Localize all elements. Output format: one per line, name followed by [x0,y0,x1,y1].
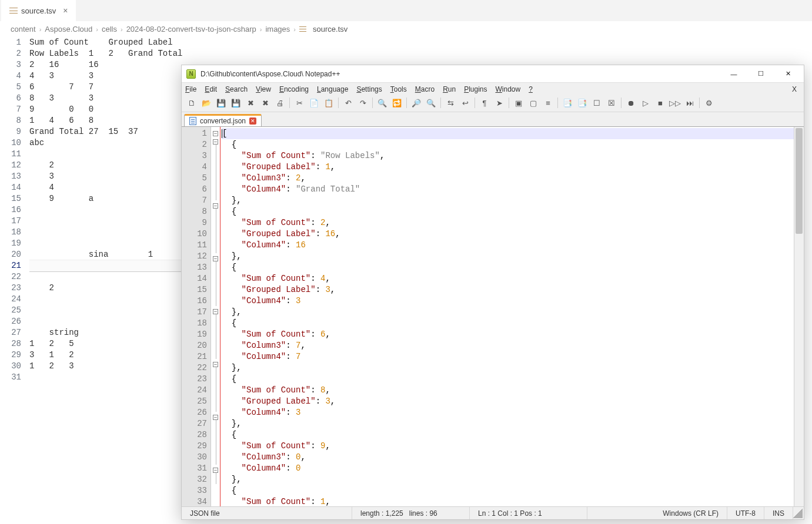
close-icon[interactable]: ✖ [244,96,257,109]
close-icon[interactable]: ✕ [249,117,256,125]
status-encoding: UTF-8 [727,507,764,519]
document-tabbar: converted.json ✕ [182,112,804,126]
closeall-icon[interactable]: ✖ [259,96,272,109]
app-icon: N [186,69,196,79]
menu-edit[interactable]: Edit [205,85,217,93]
menu-search[interactable]: Search [225,85,248,93]
menu-view[interactable]: View [256,85,271,93]
document-tab-label: converted.json [200,117,246,125]
rec-icon[interactable]: ⏺ [624,96,637,109]
replace-icon[interactable]: 🔁 [390,96,403,109]
find-icon[interactable]: 🔍 [376,96,389,109]
file-icon [9,8,18,14]
breadcrumb[interactable]: content›Aspose.Cloud›cells›2024-08-02-co… [0,21,812,37]
editor-tab-label: source.tsv [21,6,56,15]
doc2-icon[interactable]: 📑 [576,96,589,109]
menu-encoding[interactable]: Encoding [279,85,309,93]
zoomin-icon[interactable]: 🔎 [410,96,423,109]
menu-plugins[interactable]: Plugins [464,85,487,93]
menu-file[interactable]: File [185,85,196,93]
fold-icon[interactable]: ▣ [512,96,525,109]
file-icon [189,117,196,125]
menu-macro[interactable]: Macro [415,85,435,93]
settings-icon[interactable]: ⚙ [703,96,716,109]
window-title: D:\Github\content\Aspose.Cloud\ Notepad+… [201,70,720,78]
ffend-icon[interactable]: ⏭ [683,96,696,109]
close-button[interactable]: ✕ [774,66,801,82]
editor-tab-source-tsv[interactable]: source.tsv × [1,0,76,21]
ff-icon[interactable]: ▷▷ [669,96,681,109]
menu-?[interactable]: ? [529,85,533,93]
new-icon[interactable]: 🗋 [185,96,198,109]
undo-icon[interactable]: ↶ [342,96,355,109]
status-filetype: JSON file [182,507,352,519]
editor-gutter: 1234567891011121314151617181920212223242… [1,37,29,383]
menu-tools[interactable]: Tools [390,85,407,93]
titlebar[interactable]: N D:\Github\content\Aspose.Cloud\ Notepa… [182,65,804,83]
stop-icon[interactable]: ■ [654,96,667,109]
menubar: FileEditSearchViewEncodingLanguageSettin… [182,83,804,95]
vertical-scrollbar[interactable] [794,127,804,506]
open-icon[interactable]: 📂 [200,96,213,109]
status-position: Ln : 1 Col : 1 Pos : 1 [470,507,587,519]
sync-icon[interactable]: ⇆ [444,96,457,109]
window-controls: — ☐ ✕ [720,66,801,82]
allchars-icon[interactable]: ¶ [478,96,491,109]
maximize-button[interactable]: ☐ [747,66,774,82]
hidelines-icon[interactable]: ≡ [542,96,554,109]
editor-tabbar: source.tsv × [0,0,812,21]
uncomment-icon[interactable]: ☒ [605,96,618,109]
status-eol: Windows (CR LF) [654,507,727,519]
resize-grip[interactable] [793,509,803,518]
statusbar: JSON file length : 1,225 lines : 96 Ln :… [182,506,804,519]
scrollbar-thumb[interactable] [796,128,803,234]
code-editor: 1234567891011121314151617181920212223242… [182,126,804,506]
minimize-button[interactable]: — [720,66,747,82]
wrap-icon[interactable]: ↩ [459,96,472,109]
paste-icon[interactable]: 📋 [322,96,335,109]
copy-icon[interactable]: 📄 [308,96,320,109]
notepadpp-window: N D:\Github\content\Aspose.Cloud\ Notepa… [181,65,804,520]
document-tab-converted-json[interactable]: converted.json ✕ [184,114,262,126]
fold-column[interactable]: −−−−−−−− [211,127,220,506]
play-icon[interactable]: ▷ [639,96,652,109]
cut-icon[interactable]: ✂ [293,96,306,109]
tab-close-x[interactable]: X [788,85,800,93]
close-icon[interactable]: × [63,6,68,15]
line-numbers: 1234567891011121314151617181920212223242… [182,127,211,506]
unfold-icon[interactable]: ▢ [527,96,540,109]
toolbar: 🗋📂💾💾✖✖🖨✂📄📋↶↷🔍🔁🔎🔍⇆↩¶➤▣▢≡📑📑☐☒⏺▷■▷▷⏭⚙ [182,95,804,112]
status-insert-mode: INS [764,507,793,519]
menu-language[interactable]: Language [317,85,348,93]
comment-icon[interactable]: ☐ [590,96,603,109]
save-icon[interactable]: 💾 [215,96,228,109]
status-length: length : 1,225 lines : 96 [352,507,470,519]
editor-content[interactable]: Sum of Count Grouped LabelRow Labels 1 2… [29,37,182,383]
code-content[interactable]: [ { "Sum of Count": "Row Labels", "Group… [220,127,794,506]
menu-settings[interactable]: Settings [356,85,382,93]
indent-icon[interactable]: ➤ [493,96,506,109]
zoomout-icon[interactable]: 🔍 [425,96,437,109]
saveall-icon[interactable]: 💾 [229,96,242,109]
print-icon[interactable]: 🖨 [273,96,286,109]
redo-icon[interactable]: ↷ [356,96,369,109]
menu-window[interactable]: Window [496,85,521,93]
menu-run[interactable]: Run [443,85,456,93]
doc1-icon[interactable]: 📑 [561,96,574,109]
